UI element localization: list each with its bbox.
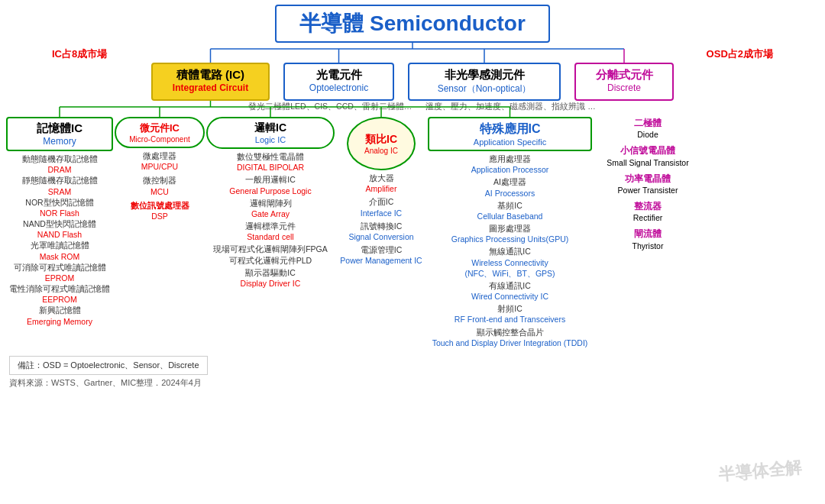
main-title: 半導體 Semiconductor [275, 5, 550, 43]
analog-header: 類比IC Analog IC [347, 117, 416, 170]
list-item: 靜態隨機存取記憶體SRAM [6, 175, 113, 196]
list-item: 訊號轉換ICSignal Conversion [336, 221, 426, 242]
list-item: 邏輯閘陣列Gate Array [206, 198, 335, 219]
top-box-ic: 積體電路 (IC) Integrated Circuit [151, 63, 270, 101]
col-memory: 記憶體IC Memory 動態隨機存取記憶體DRAM 靜態隨機存取記憶體SRAM… [6, 117, 113, 327]
top-category-row: 積體電路 (IC) Integrated Circuit 光電元件 Optoel… [6, 63, 819, 101]
ic-zh: 積體電路 (IC) [160, 68, 260, 82]
source-text: 資料來源：WSTS、Gartner、MIC整理．2024年4月 [9, 377, 208, 389]
list-item: 微處理器MPU/CPU [115, 150, 205, 172]
top-box-opto: 光電元件 Optoelectronic [283, 63, 394, 101]
list-item: 閘流體 Thyristor [598, 228, 697, 250]
appspec-en: Application Specific [435, 137, 584, 147]
analog-zh: 類比IC [365, 133, 397, 147]
logic-list: 數位雙極性電晶體DIGITAL BIPOLAR 一般用邏輯ICGeneral P… [206, 151, 335, 289]
appspec-header: 特殊應用IC Application Specific [428, 117, 592, 151]
memory-list: 動態隨機存取記憶體DRAM 靜態隨機存取記憶體SRAM NOR型快閃記憶體NOR… [6, 153, 113, 327]
list-item: 可消除可程式唯讀記憶體EPROM [6, 262, 113, 283]
logic-zh: 邏輯IC [212, 121, 328, 135]
memory-en: Memory [12, 136, 107, 147]
list-item: 顯示器驅動ICDisplay Driver IC [206, 267, 335, 289]
analog-en: Analog IC [364, 147, 398, 155]
col-appspec: 特殊應用IC Application Specific 應用處理器Applica… [428, 117, 592, 348]
bottom-section: 備註：OSD = Optoelectronic、Sensor、Discrete … [6, 353, 819, 389]
list-item: 無線通訊ICWireless Connectivity(NFC、WiFi、BT、… [428, 246, 592, 279]
list-item: 數位訊號處理器DSP [115, 200, 205, 221]
memory-zh: 記憶體IC [12, 121, 107, 136]
col-micro: 微元件IC Micro-Component 微處理器MPU/CPU 微控制器MC… [115, 117, 205, 221]
list-item: 介面ICInterface IC [336, 196, 426, 218]
appspec-zh: 特殊應用IC [435, 121, 584, 137]
mid-section: 記憶體IC Memory 動態隨機存取記憶體DRAM 靜態隨機存取記憶體SRAM… [6, 117, 819, 348]
micro-header: 微元件IC Micro-Component [115, 117, 205, 148]
micro-en: Micro-Component [121, 135, 199, 144]
list-item: 電源管理ICPower Management IC [336, 244, 426, 266]
top-box-discrete: 分離式元件 Discrete [574, 63, 674, 101]
list-item: 微控制器MCU [115, 175, 205, 196]
list-item: 新興記憶體Emerging Memory [6, 305, 113, 326]
list-item: 二極體 Diode [598, 117, 697, 140]
ic-en: Integrated Circuit [160, 82, 260, 93]
opto-sublabel: 發光二極體LED、CIS、CCD、雷射二極體… [248, 102, 412, 112]
list-item: 光罩唯讀記憶體Mask ROM [6, 240, 113, 261]
spacer-ic [116, 102, 235, 112]
col-logic: 邏輯IC Logic IC 數位雙極性電晶體DIGITAL BIPOLAR 一般… [206, 117, 335, 289]
list-item: 圖形處理器Graphics Processing Units(GPU) [428, 223, 592, 244]
list-item: 數位雙極性電晶體DIGITAL BIPOLAR [206, 151, 335, 173]
title-section: 半導體 Semiconductor [6, 5, 819, 43]
memory-header: 記憶體IC Memory [6, 117, 113, 151]
list-item: NOR型快閃記憶體NOR Flash [6, 197, 113, 218]
appspec-list: 應用處理器Application Processor AI處理器AI Proce… [428, 153, 592, 348]
discrete-en: Discrete [584, 82, 665, 93]
page-content: 半導體 Semiconductor IC占8成市場 OSD占2成市場 積體電路 … [0, 0, 825, 393]
top-box-sensor: 非光學感測元件 Sensor（Non-optical） [408, 63, 561, 101]
opto-en: Optoelectronic [293, 82, 385, 93]
list-item: 小信號電晶體 Small Signal Transistor [598, 144, 697, 167]
opto-zh: 光電元件 [293, 68, 385, 82]
market-label-ic: IC占8成市場 [52, 47, 107, 61]
micro-list: 微處理器MPU/CPU 微控制器MCU 數位訊號處理器DSP [115, 150, 205, 221]
list-item: 整流器 Rectifier [598, 200, 697, 223]
list-item: 射頻ICRF Front-end and Transceivers [428, 303, 592, 325]
list-item: 現場可程式化邏輯閘陣列FPGA可程式化邏輯元件PLD [206, 244, 335, 265]
sensor-zh: 非光學感測元件 [417, 68, 552, 82]
list-item: 邏輯標準元件Standard cell [206, 221, 335, 242]
list-item: NAND型快閃記憶體NAND Flash [6, 218, 113, 240]
list-item: 基頻ICCellular Baseband [428, 200, 592, 221]
sensor-en: Sensor（Non-optical） [417, 82, 552, 95]
spacer-discrete [610, 102, 709, 112]
list-item: AI處理器AI Processors [428, 176, 592, 198]
list-item: 一般用邏輯ICGeneral Purpose Logic [206, 174, 335, 195]
discrete-zh: 分離式元件 [584, 68, 665, 82]
list-item: 有線通訊ICWired Connectivity IC [428, 280, 592, 302]
sensor-sublabel: 溫度、壓力、加速度、磁感測器、指紋辨識 … [425, 102, 595, 112]
list-item: 顯示觸控整合晶片Touch and Display Driver Integra… [428, 327, 592, 348]
list-item: 電性消除可程式唯讀記憶體EEPROM [6, 283, 113, 305]
market-labels-row: IC占8成市場 OSD占2成市場 [6, 47, 819, 61]
discrete-list: 二極體 Diode 小信號電晶體 Small Signal Transistor… [598, 117, 697, 251]
list-item: 動態隨機存取記憶體DRAM [6, 153, 113, 175]
market-label-osd: OSD占2成市場 [707, 47, 773, 61]
col-discrete: 二極體 Diode 小信號電晶體 Small Signal Transistor… [598, 117, 697, 251]
list-item: 放大器Amplifier [336, 173, 426, 194]
list-item: 功率電晶體 Power Transister [598, 173, 697, 195]
note-source-area: 備註：OSD = Optoelectronic、Sensor、Discrete … [9, 353, 208, 389]
logic-header: 邏輯IC Logic IC [206, 117, 335, 149]
logic-en: Logic IC [212, 135, 328, 144]
sublabel-row: 發光二極體LED、CIS、CCD、雷射二極體… 溫度、壓力、加速度、磁感測器、指… [6, 102, 819, 112]
note-box: 備註：OSD = Optoelectronic、Sensor、Discrete [9, 356, 208, 375]
watermark: 半導体全解 [717, 456, 803, 486]
list-item: 應用處理器Application Processor [428, 153, 592, 175]
analog-list: 放大器Amplifier 介面ICInterface IC 訊號轉換ICSign… [336, 173, 426, 266]
page-wrapper: 半導體 Semiconductor IC占8成市場 OSD占2成市場 積體電路 … [0, 0, 825, 504]
micro-zh: 微元件IC [121, 121, 199, 135]
col-analog: 類比IC Analog IC 放大器Amplifier 介面ICInterfac… [336, 117, 426, 266]
